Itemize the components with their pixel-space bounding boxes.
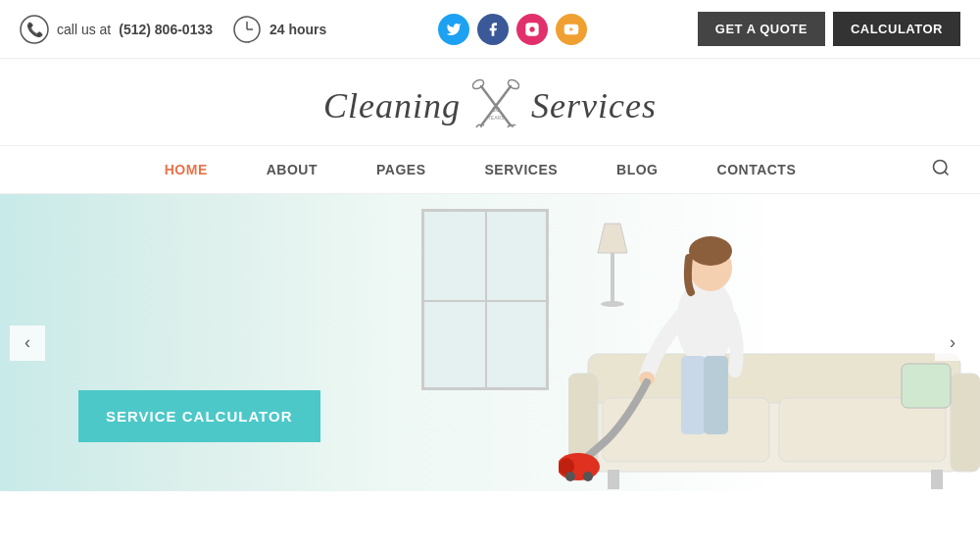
- window-decoration: [421, 209, 549, 390]
- logo-text-services: Services: [531, 85, 657, 126]
- svg-rect-24: [951, 374, 980, 472]
- phone-label: call us at: [57, 22, 111, 37]
- svg-text:📞: 📞: [26, 22, 44, 38]
- service-calculator-button[interactable]: SERVICE CALCULATOR: [78, 390, 320, 442]
- nav-home[interactable]: HOME: [165, 162, 208, 177]
- social-instagram-icon[interactable]: [516, 14, 548, 45]
- clock-icon: [232, 15, 262, 44]
- hero-person: [559, 204, 833, 488]
- calculator-button[interactable]: CALCULATOR: [833, 12, 960, 46]
- logo: Cleaning 30 YEARS Services: [323, 76, 657, 135]
- phone-item: 📞 call us at (512) 806-0133: [20, 15, 213, 44]
- phone-number: (512) 806-0133: [119, 22, 213, 37]
- svg-rect-27: [902, 364, 951, 408]
- social-links: [438, 14, 587, 45]
- svg-rect-26: [931, 470, 943, 489]
- nav-pages[interactable]: PAGES: [376, 162, 425, 177]
- nav-links: HOME ABOUT PAGES SERVICES BLOG CONTACTS: [29, 162, 931, 177]
- contact-info: 📞 call us at (512) 806-0133 24 hours: [20, 15, 326, 44]
- svg-point-32: [689, 236, 732, 266]
- phone-icon: 📞: [20, 15, 49, 44]
- get-quote-button[interactable]: GET A QUOTE: [698, 12, 825, 46]
- logo-area: Cleaning 30 YEARS Services: [0, 59, 980, 145]
- slider-prev-button[interactable]: ‹: [10, 326, 45, 361]
- svg-rect-29: [681, 356, 706, 434]
- logo-icon: 30 YEARS: [466, 76, 525, 135]
- svg-point-14: [934, 160, 947, 173]
- social-twitter-icon[interactable]: [438, 14, 469, 45]
- hours-label: 24 hours: [270, 22, 326, 37]
- social-facebook-icon[interactable]: [477, 14, 509, 45]
- svg-text:30: 30: [492, 106, 500, 113]
- hours-item: 24 hours: [232, 15, 326, 44]
- svg-point-37: [583, 472, 593, 481]
- logo-text-cleaning: Cleaning: [323, 85, 461, 126]
- action-buttons: GET A QUOTE CALCULATOR: [698, 12, 960, 46]
- search-icon[interactable]: [931, 158, 951, 182]
- nav-contacts[interactable]: CONTACTS: [717, 162, 797, 177]
- social-youtube-icon[interactable]: [556, 14, 587, 45]
- broom-mop-icon: 30 YEARS: [466, 76, 525, 135]
- nav-about[interactable]: ABOUT: [267, 162, 318, 177]
- hero-section: ‹ › SERVICE CALCULATOR: [0, 194, 980, 491]
- slider-next-button[interactable]: ›: [935, 326, 970, 361]
- top-bar: 📞 call us at (512) 806-0133 24 hours: [0, 0, 980, 59]
- svg-text:YEARS: YEARS: [488, 115, 506, 121]
- nav-bar: HOME ABOUT PAGES SERVICES BLOG CONTACTS: [0, 145, 980, 194]
- svg-line-15: [945, 171, 949, 175]
- svg-point-36: [565, 472, 575, 481]
- svg-rect-30: [704, 356, 728, 434]
- nav-services[interactable]: SERVICES: [485, 162, 559, 177]
- nav-blog[interactable]: BLOG: [616, 162, 658, 177]
